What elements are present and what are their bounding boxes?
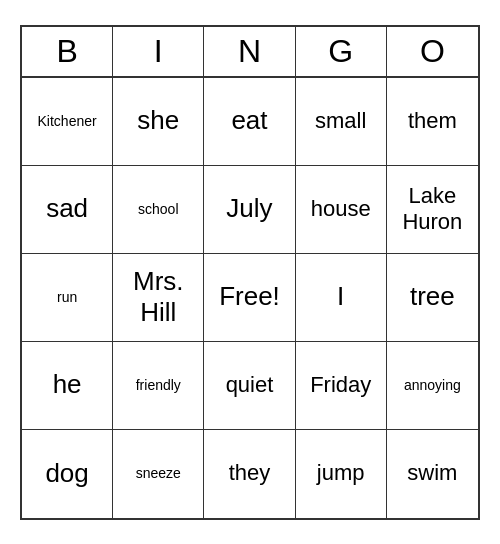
bingo-header-letter: I: [113, 27, 204, 76]
bingo-cell: eat: [204, 78, 295, 166]
bingo-cell: dog: [22, 430, 113, 518]
bingo-cell: tree: [387, 254, 478, 342]
bingo-cell: July: [204, 166, 295, 254]
bingo-cell: Mrs. Hill: [113, 254, 204, 342]
bingo-cell: annoying: [387, 342, 478, 430]
bingo-cell: sad: [22, 166, 113, 254]
bingo-cell: they: [204, 430, 295, 518]
bingo-cell: house: [296, 166, 387, 254]
bingo-header-letter: N: [204, 27, 295, 76]
bingo-cell: jump: [296, 430, 387, 518]
bingo-card: BINGO KitchenersheeatsmallthemsadschoolJ…: [20, 25, 480, 520]
bingo-cell: she: [113, 78, 204, 166]
bingo-cell: swim: [387, 430, 478, 518]
bingo-cell: he: [22, 342, 113, 430]
bingo-cell: I: [296, 254, 387, 342]
bingo-cell: small: [296, 78, 387, 166]
bingo-cell: run: [22, 254, 113, 342]
bingo-header-letter: B: [22, 27, 113, 76]
bingo-cell: Free!: [204, 254, 295, 342]
bingo-cell: Kitchener: [22, 78, 113, 166]
bingo-cell: them: [387, 78, 478, 166]
bingo-header: BINGO: [22, 27, 478, 78]
bingo-cell: quiet: [204, 342, 295, 430]
bingo-cell: sneeze: [113, 430, 204, 518]
bingo-cell: friendly: [113, 342, 204, 430]
bingo-cell: school: [113, 166, 204, 254]
bingo-cell: Lake Huron: [387, 166, 478, 254]
bingo-header-letter: G: [296, 27, 387, 76]
bingo-header-letter: O: [387, 27, 478, 76]
bingo-grid: KitchenersheeatsmallthemsadschoolJulyhou…: [22, 78, 478, 518]
bingo-cell: Friday: [296, 342, 387, 430]
